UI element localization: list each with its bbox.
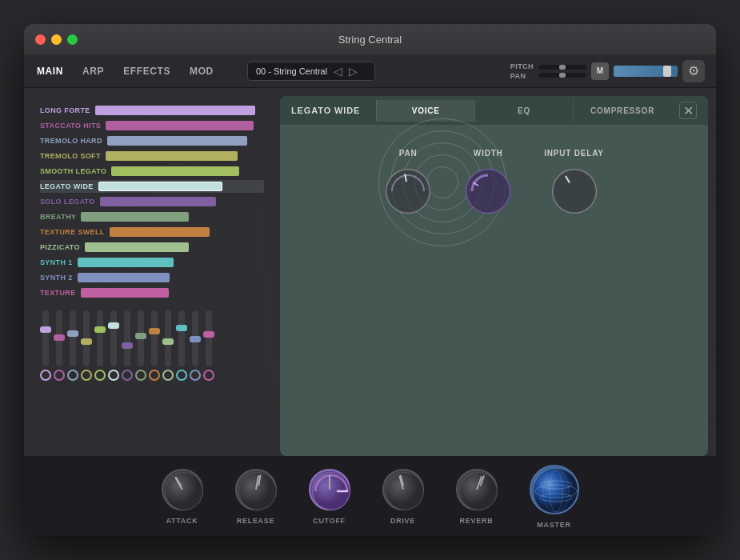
fader-track-3[interactable] xyxy=(70,310,76,366)
pan-slider[interactable] xyxy=(538,73,586,78)
fader-track-9[interactable] xyxy=(151,310,158,366)
fader-track-11[interactable] xyxy=(178,310,185,366)
mixer-knob-8[interactable] xyxy=(135,370,146,381)
fader-track-5[interactable] xyxy=(97,310,103,366)
tab-compressor[interactable]: COMPRESSOR xyxy=(573,100,671,122)
width-knob[interactable] xyxy=(464,167,512,215)
artic-pizzicato[interactable]: PIZZICATO xyxy=(40,241,264,254)
master-button[interactable] xyxy=(530,465,579,514)
fader-track-7[interactable] xyxy=(124,310,130,366)
mixer-knob-7[interactable] xyxy=(122,370,133,381)
fader-thumb-6[interactable] xyxy=(108,322,119,329)
fader-thumb-10[interactable] xyxy=(162,338,174,345)
fader-thumb-12[interactable] xyxy=(190,336,201,342)
mixer-ch-2 xyxy=(54,310,65,381)
artic-label-long-forte: LONG FORTE xyxy=(40,106,90,114)
mixer-ch-1 xyxy=(40,310,51,381)
minimize-button[interactable] xyxy=(51,34,62,45)
artic-long-forte[interactable]: LONG FORTE xyxy=(40,104,264,117)
fader-thumb-7[interactable] xyxy=(122,342,133,349)
release-knob[interactable] xyxy=(235,469,277,510)
artic-staccato-hits[interactable]: STACCATO HITS xyxy=(40,119,264,132)
prev-preset-button[interactable]: ◁ xyxy=(334,65,342,78)
drive-label: DRIVE xyxy=(390,517,415,525)
artic-tremolo-soft[interactable]: TREMOLO SOFT xyxy=(40,150,264,162)
pitch-slider[interactable] xyxy=(538,65,586,70)
input-delay-knob[interactable] xyxy=(550,167,598,215)
artic-synth1[interactable]: SYNTH 1 xyxy=(40,256,264,269)
fader-track-8[interactable] xyxy=(138,310,144,366)
pan-knob[interactable] xyxy=(384,167,432,215)
tab-voice[interactable]: VOICE xyxy=(376,100,474,122)
fader-thumb-9[interactable] xyxy=(149,328,160,334)
tab-arp[interactable]: ARP xyxy=(81,62,106,80)
mixer-knob-5[interactable] xyxy=(94,370,106,381)
next-preset-button[interactable]: ▷ xyxy=(349,65,358,78)
reverb-knob[interactable] xyxy=(456,469,498,510)
fader-thumb-4[interactable] xyxy=(81,338,92,345)
artic-breathy[interactable]: BREATHY xyxy=(40,210,264,223)
artic-bar-tremolo-hard xyxy=(107,136,247,146)
fader-thumb-3[interactable] xyxy=(67,330,78,337)
mixer-ch-10 xyxy=(162,310,174,381)
title-bar: String Central xyxy=(24,24,716,54)
artic-texture[interactable]: TEXTURE xyxy=(40,286,264,299)
fader-thumb-13[interactable] xyxy=(203,331,214,338)
fader-thumb-5[interactable] xyxy=(94,326,106,333)
close-button[interactable] xyxy=(35,34,46,45)
tab-eq[interactable]: EQ xyxy=(474,100,573,122)
mute-button[interactable]: M xyxy=(591,62,609,80)
pan-knob-label: PAN xyxy=(399,149,418,158)
fader-thumb-1[interactable] xyxy=(40,326,51,333)
artic-tremolo-hard[interactable]: TREMOLO HARD xyxy=(40,134,264,147)
artic-label-solo-legato: SOLO LEGATO xyxy=(40,198,95,206)
cutoff-label: CUTOFF xyxy=(313,517,346,525)
artic-smooth-legato[interactable]: SMOOTH LEGATO xyxy=(40,165,264,178)
mixer-knob-13[interactable] xyxy=(203,370,214,381)
fader-track-1[interactable] xyxy=(42,310,49,366)
artic-solo-legato[interactable]: SOLO LEGATO xyxy=(40,195,264,208)
attack-knob[interactable] xyxy=(162,469,203,510)
artic-legato-wide[interactable]: LEGATO WIDE xyxy=(40,180,264,193)
mixer-knob-10[interactable] xyxy=(162,370,174,381)
mixer-knob-3[interactable] xyxy=(67,370,78,381)
maximize-button[interactable] xyxy=(67,34,78,45)
artic-synth2[interactable]: SYNTH 2 xyxy=(40,271,264,284)
mixer-ch-4 xyxy=(81,310,92,381)
mixer-knob-1[interactable] xyxy=(40,370,51,381)
volume-slider[interactable] xyxy=(614,66,678,77)
master-stripes-decoration xyxy=(531,466,578,513)
tab-effects[interactable]: EFFECTS xyxy=(122,62,172,80)
svg-point-29 xyxy=(386,473,423,510)
fader-track-12[interactable] xyxy=(192,310,198,366)
tab-main[interactable]: MAIN xyxy=(35,62,65,80)
fader-track-6[interactable] xyxy=(110,310,117,366)
main-window: String Central MAIN ARP EFFECTS MOD 00 -… xyxy=(24,24,716,536)
window-title: String Central xyxy=(338,34,402,46)
mixer-knob-6[interactable] xyxy=(108,370,119,381)
pp-sliders xyxy=(538,65,586,78)
artic-texture-swell[interactable]: TEXTURE SWELL xyxy=(40,226,264,238)
traffic-lights xyxy=(35,34,78,45)
drive-knob[interactable] xyxy=(382,469,424,510)
width-knob-group: WIDTH xyxy=(464,149,512,215)
artic-bar-tremolo-soft xyxy=(106,151,238,161)
fader-thumb-2[interactable] xyxy=(54,334,65,341)
preset-selector[interactable]: 00 - String Central ◁ ▷ xyxy=(247,62,375,81)
fader-thumb-11[interactable] xyxy=(176,325,187,331)
mixer-knob-9[interactable] xyxy=(149,370,160,381)
pan-knob-group: PAN xyxy=(384,149,432,215)
fader-track-2[interactable] xyxy=(56,310,62,366)
mixer-knob-2[interactable] xyxy=(54,370,65,381)
mixer-knob-4[interactable] xyxy=(81,370,92,381)
voice-panel-close-button[interactable]: ✕ xyxy=(679,102,697,119)
fader-track-13[interactable] xyxy=(206,310,212,366)
mixer-knob-12[interactable] xyxy=(190,370,201,381)
fader-track-10[interactable] xyxy=(165,310,171,366)
mixer-knob-11[interactable] xyxy=(176,370,187,381)
fader-thumb-8[interactable] xyxy=(135,333,146,339)
settings-button[interactable]: ⚙ xyxy=(682,60,705,82)
fader-track-4[interactable] xyxy=(83,310,90,366)
cutoff-knob[interactable] xyxy=(309,469,350,510)
tab-mod[interactable]: MOD xyxy=(188,62,215,80)
